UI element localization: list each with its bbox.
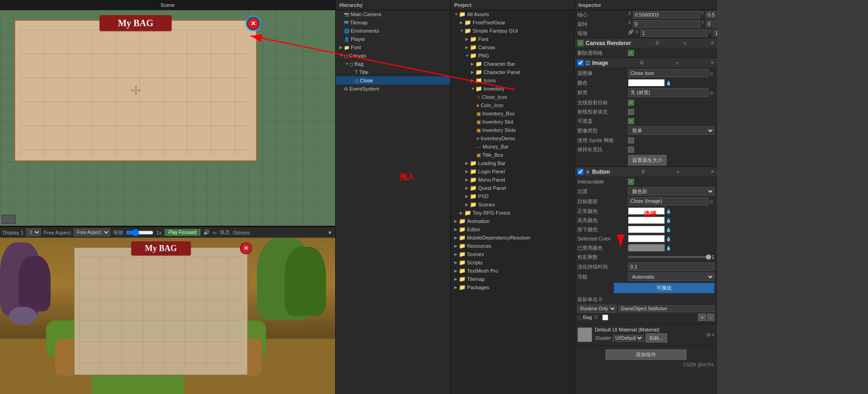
project-item-coin-icon[interactable]: ● Coin_Icon bbox=[451, 101, 574, 109]
pressed-color-eyedropper[interactable]: 💧 bbox=[665, 227, 672, 232]
highlighted-color-swatch[interactable] bbox=[628, 217, 665, 224]
button-header[interactable]: 🖱 Button ⚙ ≡ ✕ bbox=[575, 167, 717, 177]
project-item-scenes[interactable]: ▶ 📁 Scenes bbox=[451, 200, 574, 209]
project-item-inventory-slot[interactable]: ▣ Inventory Slot bbox=[451, 118, 574, 126]
color-eyedropper[interactable]: 💧 bbox=[665, 80, 672, 86]
hierarchy-item-environments[interactable]: 🌐 Enviroments bbox=[336, 27, 450, 35]
normal-color-swatch[interactable] bbox=[628, 207, 665, 215]
canvas-renderer-more[interactable]: ≡ bbox=[684, 40, 686, 46]
hierarchy-item-eventsystem[interactable]: ⚙ EventSystem bbox=[336, 85, 450, 93]
highlighted-color-eyedropper[interactable]: 💧 bbox=[665, 218, 672, 223]
hierarchy-item-font[interactable]: ▶ 📁 Font bbox=[336, 43, 450, 51]
project-item-scenes2[interactable]: ▶ 📁 Scenes bbox=[451, 250, 574, 258]
project-item-canvas[interactable]: ▶ 📁 Canvas bbox=[451, 43, 574, 51]
interactable-checkbox[interactable]: ✓ bbox=[628, 179, 634, 185]
hierarchy-item-title[interactable]: T Title bbox=[336, 68, 450, 76]
anchor-y[interactable] bbox=[706, 11, 717, 18]
image-header[interactable]: 🖼 Image ⚙ ≡ ✕ bbox=[575, 58, 717, 68]
hierarchy-item-main-camera[interactable]: 📷 Main Camera bbox=[336, 10, 450, 18]
maskable-checkbox[interactable]: ✓ bbox=[628, 118, 634, 124]
project-item-inventory-demo[interactable]: ≡ InventoryDemo bbox=[451, 134, 574, 143]
image-settings[interactable]: ⚙ bbox=[640, 60, 644, 66]
function-field[interactable] bbox=[618, 305, 714, 312]
rot-y[interactable] bbox=[706, 20, 717, 28]
project-item-freepixelgear[interactable]: ▶ 📁 FreePixelGear bbox=[451, 18, 574, 27]
button-settings[interactable]: ⚙ bbox=[641, 169, 645, 175]
image-color-swatch[interactable] bbox=[628, 79, 665, 86]
project-item-animation[interactable]: ▶ 📁 Animation bbox=[451, 217, 574, 225]
project-item-textmesh[interactable]: ▶ 📁 TextMesh Pro bbox=[451, 267, 574, 275]
raycast-target-checkbox[interactable]: ✓ bbox=[628, 100, 634, 106]
project-item-psd[interactable]: ▶ 📁 PSD bbox=[451, 192, 574, 200]
material-field[interactable]: 无 (材质) bbox=[628, 88, 708, 97]
event-plus-button[interactable]: + bbox=[698, 314, 706, 321]
hierarchy-item-tilemap[interactable]: 🗺 Tilemap bbox=[336, 18, 450, 27]
material-settings[interactable]: ⚙ bbox=[706, 332, 711, 338]
project-item-inventory-box[interactable]: ▣ Inventory_Box bbox=[451, 109, 574, 118]
image-more[interactable]: ≡ bbox=[676, 60, 679, 66]
project-item-quest-panel[interactable]: ▶ 📁 Quest Panel bbox=[451, 184, 574, 192]
event-checkbox[interactable] bbox=[602, 314, 608, 320]
project-item-simple-fantasy[interactable]: ▼ 📁 Simple Fantasy GUI bbox=[451, 27, 574, 35]
source-image-picker[interactable]: ◎ bbox=[708, 71, 714, 76]
project-item-inventory-folder[interactable]: ▼ 📁 Inventory bbox=[451, 85, 574, 93]
sprite-mesh-checkbox[interactable] bbox=[628, 137, 634, 143]
material-picker[interactable]: ◎ bbox=[708, 90, 714, 95]
normal-color-eyedropper[interactable]: 💧 bbox=[665, 209, 672, 214]
project-item-menu-panel[interactable]: ▶ 📁 Menu Panel bbox=[451, 176, 574, 184]
project-item-editor[interactable]: ▶ 📁 Editor bbox=[451, 225, 574, 234]
rot-x[interactable] bbox=[633, 20, 700, 28]
runtime-select[interactable]: Runtime Only bbox=[577, 305, 617, 313]
scale-x[interactable] bbox=[640, 29, 708, 37]
disabled-color-swatch[interactable] bbox=[628, 244, 665, 251]
image-enabled-checkbox[interactable] bbox=[577, 60, 583, 66]
project-item-png[interactable]: ▼ 📁 PNG bbox=[451, 51, 574, 60]
project-item-login-panel[interactable]: ▶ 📁 Login Panel bbox=[451, 167, 574, 176]
hierarchy-item-bag[interactable]: ▼ ◻ Bag bbox=[336, 60, 450, 68]
project-item-tilemap2[interactable]: ▶ 📁 Tilemap bbox=[451, 275, 574, 283]
project-item-scripts[interactable]: ▶ 📁 Scripts bbox=[451, 258, 574, 267]
source-image-field[interactable]: Close Icon bbox=[628, 69, 708, 77]
project-item-title-box[interactable]: ▣ Title_Box bbox=[451, 151, 574, 159]
scale-y[interactable] bbox=[713, 29, 717, 37]
display-select[interactable]: 1 bbox=[26, 228, 41, 236]
image-type-select[interactable]: 简单 bbox=[628, 126, 714, 135]
canvas-renderer-header[interactable]: ✓ Canvas Renderer ⚙ ≡ ✕ bbox=[575, 38, 717, 48]
edit-button[interactable]: Edit... bbox=[645, 333, 667, 343]
project-item-icons[interactable]: ▶ 📁 Icons bbox=[451, 76, 574, 85]
button-enabled-checkbox[interactable] bbox=[577, 169, 583, 175]
add-component-button[interactable]: 添加组件 bbox=[605, 349, 686, 360]
canvas-renderer-settings[interactable]: ⚙ bbox=[655, 40, 660, 46]
visualize-button[interactable]: 可视化 bbox=[614, 283, 714, 293]
button-close[interactable]: ✕ bbox=[710, 169, 714, 175]
disabled-color-eyedropper[interactable]: 💧 bbox=[665, 246, 672, 251]
material-more[interactable]: ≡ bbox=[712, 332, 714, 338]
project-item-money-bar[interactable]: — Money_Bar bbox=[451, 143, 574, 151]
selected-color-swatch[interactable] bbox=[628, 235, 665, 242]
play-focused-button[interactable]: Play Focused bbox=[165, 229, 201, 236]
anchor-x[interactable] bbox=[633, 11, 700, 18]
fade-duration-field[interactable] bbox=[628, 263, 714, 271]
shader-select[interactable]: UI/Default bbox=[613, 335, 644, 342]
remove-transparent-checkbox[interactable]: ✓ bbox=[628, 50, 634, 56]
selected-color-eyedropper[interactable]: 💧 bbox=[665, 236, 672, 241]
target-graphic-picker[interactable]: ◎ bbox=[708, 199, 714, 204]
aspect-ratio-checkbox[interactable] bbox=[628, 147, 634, 153]
project-item-character-panel[interactable]: ▶ 📁 Character Panel bbox=[451, 68, 574, 76]
project-item-loading-bar[interactable]: ▶ 📁 Loading Bar bbox=[451, 159, 574, 167]
hierarchy-item-player[interactable]: 👤 Player bbox=[336, 35, 450, 43]
canvas-renderer-toggle[interactable]: ✓ bbox=[577, 40, 583, 46]
raycast-fill-checkbox[interactable] bbox=[628, 109, 634, 115]
native-size-button[interactable]: 设置原生大小 bbox=[628, 155, 667, 166]
image-close[interactable]: ✕ bbox=[710, 60, 714, 66]
canvas-renderer-close[interactable]: ✕ bbox=[710, 40, 714, 46]
project-item-resources[interactable]: ▶ 📁 Resources bbox=[451, 242, 574, 250]
project-item-close-icon[interactable]: ✕ Close_Icon bbox=[451, 93, 574, 101]
hierarchy-item-canvas[interactable]: ▼ ◻ Canvas bbox=[336, 51, 450, 60]
close-button-game[interactable]: ✕ bbox=[240, 242, 252, 254]
project-item-tiny-rpg[interactable]: ▶ 📁 Tiny RPG Forest bbox=[451, 209, 574, 217]
target-graphic-field[interactable]: Close (Image) bbox=[628, 197, 708, 206]
project-item-character-bar[interactable]: ▶ 📁 Character Bar bbox=[451, 60, 574, 68]
project-item-packages[interactable]: ▶ 📁 Packages bbox=[451, 283, 574, 291]
project-item-all-assets[interactable]: ▼ 📁 All Assets bbox=[451, 10, 574, 18]
